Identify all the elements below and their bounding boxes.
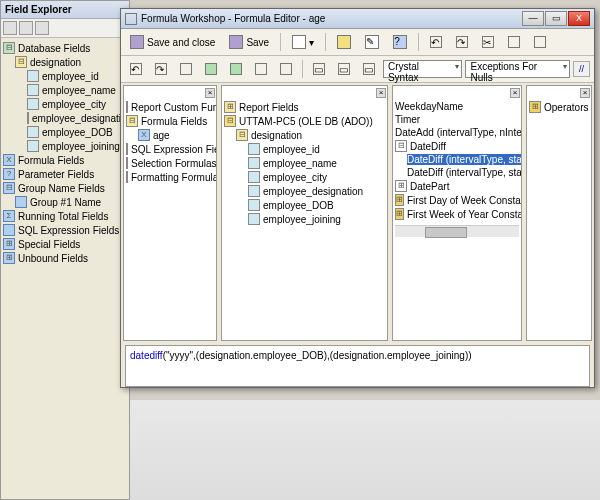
- func-weekdayname[interactable]: WeekdayName: [395, 100, 519, 113]
- tb2-btn[interactable]: [275, 59, 297, 79]
- separator: [418, 33, 419, 51]
- toolbar-icon[interactable]: [35, 21, 49, 35]
- label: employee_DOB: [42, 127, 113, 138]
- node-report-custom-functions[interactable]: Report Custom Functions: [126, 100, 214, 114]
- tb2-btn[interactable]: ▭: [333, 59, 355, 79]
- label: WeekdayName: [395, 101, 463, 112]
- node-formatting-formulas[interactable]: Formatting Formulas: [126, 170, 214, 184]
- tb2-btn[interactable]: [225, 59, 247, 79]
- syntax-dropdown[interactable]: Crystal Syntax: [383, 60, 463, 78]
- formula-icon: X: [3, 154, 15, 166]
- field-explorer-tree: ⊟Database Fields ⊟designation employee_i…: [1, 38, 129, 268]
- minimize-button[interactable]: —: [522, 11, 544, 26]
- maximize-button[interactable]: ▭: [545, 11, 567, 26]
- close-button[interactable]: X: [568, 11, 590, 26]
- label: employee_joining: [263, 214, 341, 225]
- panel-close-button[interactable]: ×: [376, 88, 386, 98]
- node-employee-designation[interactable]: employee_designation: [224, 184, 385, 198]
- tb2-btn[interactable]: ▭: [358, 59, 380, 79]
- node-database-fields[interactable]: ⊟Database Fields: [3, 41, 127, 55]
- node-uttam[interactable]: ⊟UTTAM-PC5 (OLE DB (ADO)): [224, 114, 385, 128]
- node-formula-fields[interactable]: XFormula Fields: [3, 153, 127, 167]
- label: DatePart: [410, 181, 449, 192]
- node-group-name-fields[interactable]: ⊟Group Name Fields: [3, 181, 127, 195]
- field-explorer-title: Field Explorer: [1, 1, 129, 19]
- node-designation[interactable]: ⊟designation: [224, 128, 385, 142]
- icon: ↷: [155, 63, 167, 75]
- panel-close-button[interactable]: ×: [580, 88, 590, 98]
- field-explorer-title-text: Field Explorer: [5, 4, 72, 15]
- node-operators[interactable]: ⊞Operators: [529, 100, 589, 114]
- node-parameter-fields[interactable]: ?Parameter Fields: [3, 167, 127, 181]
- node-employee-id[interactable]: employee_id: [224, 142, 385, 156]
- save-and-close-button[interactable]: Save and close: [125, 32, 220, 52]
- node-employee-city[interactable]: employee_city: [3, 97, 127, 111]
- node-age[interactable]: Xage: [126, 128, 214, 142]
- save-button[interactable]: Save: [224, 32, 274, 52]
- func-datediff-overload2[interactable]: DateDiff (intervalType, star: [395, 166, 519, 179]
- panel-close-button[interactable]: ×: [510, 88, 520, 98]
- node-employee-designation[interactable]: employee_designation: [3, 111, 127, 125]
- paste-button[interactable]: [529, 32, 551, 52]
- copy-icon: [508, 36, 520, 48]
- bookmark-icon: [205, 63, 217, 75]
- node-designation[interactable]: ⊟designation: [3, 55, 127, 69]
- scrollbar-h[interactable]: [395, 225, 519, 237]
- node-running-total[interactable]: ΣRunning Total Fields: [3, 209, 127, 223]
- func-datediff-overload1[interactable]: DateDiff (intervalType, star: [395, 153, 519, 166]
- func-dateadd[interactable]: DateAdd (intervalType, nInterv: [395, 126, 519, 139]
- node-report-fields[interactable]: ⊞Report Fields: [224, 100, 385, 114]
- label: Save: [246, 37, 269, 48]
- node-sql-expression[interactable]: SQL Expression Fields: [3, 223, 127, 237]
- node-group1[interactable]: Group #1 Name: [3, 195, 127, 209]
- field-icon: [27, 98, 39, 110]
- icon: ▭: [363, 63, 375, 75]
- node-employee-joining[interactable]: employee_joining: [3, 139, 127, 153]
- func-firstwoy[interactable]: ⊞First Week of Year Constan: [395, 207, 519, 221]
- func-timer[interactable]: Timer: [395, 113, 519, 126]
- node-special-fields[interactable]: ⊞Special Fields: [3, 237, 127, 251]
- panel-close-button[interactable]: ×: [205, 88, 215, 98]
- param-icon: ?: [3, 168, 15, 180]
- toolbar-icon[interactable]: [3, 21, 17, 35]
- label: Exceptions For Nulls: [470, 61, 537, 83]
- func-datepart[interactable]: ⊞DatePart: [395, 179, 519, 193]
- func-firstdow[interactable]: ⊞First Day of Week Constant: [395, 193, 519, 207]
- undo-button[interactable]: ↶: [425, 32, 447, 52]
- node-employee-name[interactable]: employee_name: [3, 83, 127, 97]
- tb2-btn[interactable]: ▭: [308, 59, 330, 79]
- node-employee-name[interactable]: employee_name: [224, 156, 385, 170]
- toggle-button[interactable]: [332, 32, 356, 52]
- node-employee-joining[interactable]: employee_joining: [224, 212, 385, 226]
- separator: [280, 33, 281, 51]
- node-sql-expression-fields[interactable]: SQL Expression Fields: [126, 142, 214, 156]
- node-employee-id[interactable]: employee_id: [3, 69, 127, 83]
- redo-button[interactable]: ↷: [451, 32, 473, 52]
- nulls-dropdown[interactable]: Exceptions For Nulls: [465, 60, 570, 78]
- new-button[interactable]: ▾: [287, 32, 319, 52]
- tb2-btn[interactable]: ↷: [150, 59, 172, 79]
- node-selection-formulas[interactable]: Selection Formulas: [126, 156, 214, 170]
- check-button[interactable]: ✎: [360, 32, 384, 52]
- node-employee-city[interactable]: employee_city: [224, 170, 385, 184]
- workshop-titlebar[interactable]: Formula Workshop - Formula Editor - age …: [121, 9, 594, 29]
- cut-button[interactable]: ✂: [477, 32, 499, 52]
- node-unbound-fields[interactable]: ⊞Unbound Fields: [3, 251, 127, 265]
- label: Running Total Fields: [18, 211, 108, 222]
- label: designation: [251, 130, 302, 141]
- func-datediff[interactable]: ⊟DateDiff: [395, 139, 519, 153]
- tb2-btn[interactable]: ↶: [125, 59, 147, 79]
- help-button[interactable]: ?: [388, 32, 412, 52]
- node-employee-dob[interactable]: employee_DOB: [224, 198, 385, 212]
- tb2-btn[interactable]: [250, 59, 272, 79]
- tb2-btn[interactable]: [175, 59, 197, 79]
- tb2-btn[interactable]: [200, 59, 222, 79]
- formula-editor[interactable]: datediff("yyyy",(designation.employee_DO…: [125, 345, 590, 387]
- node-formula-fields[interactable]: ⊟Formula Fields: [126, 114, 214, 128]
- field-explorer-panel: Field Explorer ⊟Database Fields ⊟designa…: [0, 0, 130, 500]
- copy-button[interactable]: [503, 32, 525, 52]
- toolbar-icon[interactable]: [19, 21, 33, 35]
- node-employee-dob[interactable]: employee_DOB: [3, 125, 127, 139]
- comment-button[interactable]: //: [573, 61, 590, 77]
- ops-icon: ⊞: [529, 101, 541, 113]
